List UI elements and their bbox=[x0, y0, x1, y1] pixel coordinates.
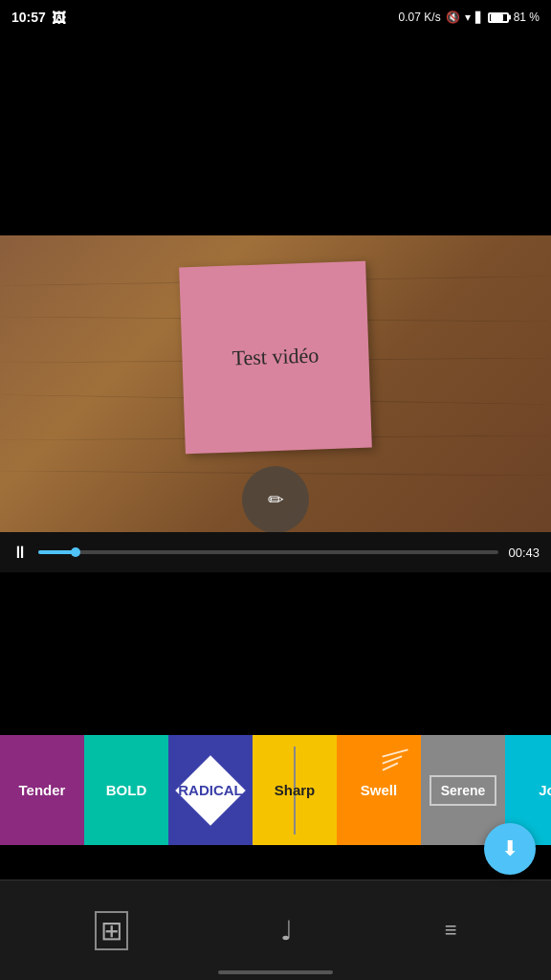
filter-radical[interactable]: RADICAL bbox=[168, 735, 253, 845]
filter-swell-label: Swell bbox=[361, 782, 397, 798]
filter-tiles: Tender BOLD RADICAL Sharp Swell Serene J… bbox=[0, 735, 551, 845]
pencil-icon: ✏ bbox=[268, 488, 284, 511]
playback-controls: ⏸ 00:43 bbox=[0, 532, 551, 572]
filter-tender[interactable]: Tender bbox=[0, 735, 84, 845]
download-fab[interactable]: ⬇ bbox=[484, 823, 536, 875]
middle-black-area bbox=[0, 572, 551, 735]
filter-jo-label: Jo bbox=[539, 782, 551, 798]
filter-sharp[interactable]: Sharp bbox=[253, 735, 337, 845]
sticky-note: Test vidéo bbox=[179, 261, 372, 455]
download-icon: ⬇ bbox=[501, 836, 518, 861]
pause-button[interactable]: ⏸ bbox=[11, 543, 29, 563]
add-clip-button[interactable]: ⊞ bbox=[95, 911, 128, 950]
filter-sharp-label: Sharp bbox=[275, 782, 316, 798]
status-left: 10:57 🖼 bbox=[11, 10, 66, 26]
gallery-icon: 🖼 bbox=[52, 10, 66, 26]
progress-bar[interactable] bbox=[38, 550, 498, 554]
settings-button[interactable]: ≡ bbox=[445, 918, 456, 943]
serene-box: Serene bbox=[430, 775, 497, 806]
video-title: Test vidéo bbox=[231, 342, 320, 374]
bottom-toolbar: ⊞ ♩ ≡ bbox=[0, 880, 551, 980]
filter-serene-label: Serene bbox=[441, 783, 486, 798]
status-right: 0.07 K/s 🔇 ▾ ▋ 81 % bbox=[399, 11, 540, 24]
music-button[interactable]: ♩ bbox=[280, 915, 293, 947]
mute-icon: 🔇 bbox=[446, 11, 460, 24]
video-background: Test vidéo ✏ bbox=[0, 235, 551, 532]
filter-tender-label: Tender bbox=[19, 782, 66, 798]
edit-button[interactable]: ✏ bbox=[242, 466, 309, 532]
swell-decoration bbox=[382, 752, 408, 768]
settings-icon: ≡ bbox=[445, 918, 456, 943]
status-bar: 10:57 🖼 0.07 K/s 🔇 ▾ ▋ 81 % bbox=[0, 0, 551, 34]
top-black-area bbox=[0, 34, 551, 235]
network-speed: 0.07 K/s bbox=[399, 11, 441, 24]
video-player[interactable]: Test vidéo ✏ bbox=[0, 235, 551, 532]
filter-radical-label: RADICAL bbox=[178, 782, 243, 798]
battery-percent: 81 % bbox=[514, 11, 540, 24]
wifi-icon: ▾ bbox=[465, 11, 471, 24]
status-time: 10:57 bbox=[11, 10, 46, 25]
time-display: 00:43 bbox=[508, 546, 540, 560]
progress-dot bbox=[71, 547, 80, 557]
filter-swell[interactable]: Swell bbox=[337, 735, 421, 845]
filter-bold-label: BOLD bbox=[106, 782, 147, 798]
music-icon: ♩ bbox=[280, 915, 293, 947]
home-indicator bbox=[218, 970, 333, 974]
battery-indicator bbox=[488, 12, 509, 23]
filter-bold[interactable]: BOLD bbox=[84, 735, 168, 845]
add-clip-icon: ⊞ bbox=[95, 911, 128, 950]
signal-icon: ▋ bbox=[475, 11, 483, 24]
